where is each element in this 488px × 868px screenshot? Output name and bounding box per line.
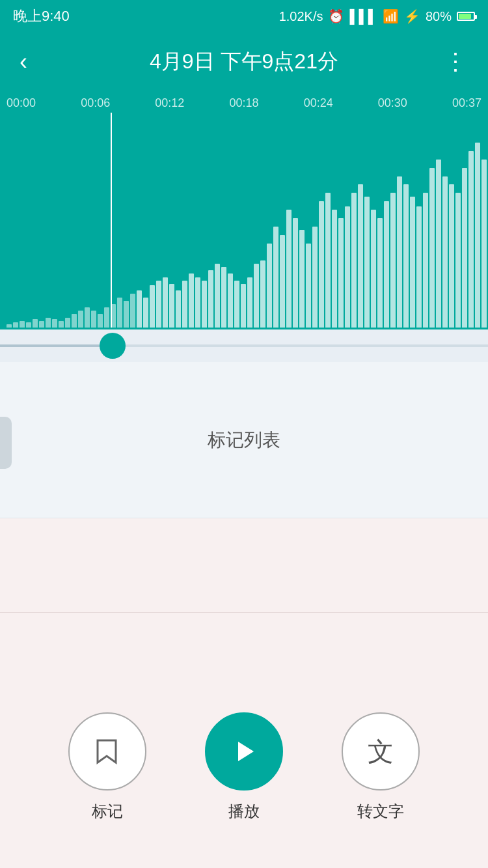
svg-marker-0 [98, 740, 116, 763]
transcribe-label: 转文字 [357, 801, 404, 822]
transcribe-icon: 文 [368, 734, 394, 770]
wave-bar [390, 193, 396, 328]
timeline: 00:00 00:06 00:12 00:18 00:24 00:30 00:3… [0, 91, 488, 113]
wave-bar [150, 285, 155, 328]
mark-button[interactable] [68, 712, 146, 791]
more-button[interactable]: ⋮ [436, 48, 468, 76]
wave-bar [124, 301, 129, 328]
wave-bar [455, 193, 461, 328]
side-tab[interactable] [0, 417, 12, 469]
transcribe-button[interactable]: 文 [342, 712, 420, 791]
wave-bar [169, 284, 174, 328]
wave-bar [286, 210, 291, 328]
wave-bar [254, 264, 259, 328]
wave-bar [104, 307, 109, 328]
wave-bar [397, 176, 402, 328]
wave-bar [299, 230, 305, 328]
status-time: 晚上9:40 [13, 7, 70, 26]
wave-bar [462, 168, 467, 328]
wave-bar [280, 235, 285, 328]
wave-bar [319, 201, 324, 328]
timeline-label-0: 00:00 [7, 96, 36, 110]
transcribe-control: 文 转文字 [342, 712, 420, 822]
wave-bar [156, 281, 161, 328]
wave-bar [52, 319, 57, 328]
timeline-label-4: 00:24 [304, 96, 333, 110]
wave-bar [306, 244, 311, 328]
header: ‹ 4月9日 下午9点21分 ⋮ [0, 33, 488, 91]
wave-bar [475, 143, 480, 328]
wave-bar [72, 314, 77, 328]
timeline-label-1: 00:06 [81, 96, 110, 110]
wave-bar [78, 311, 83, 328]
wave-bar [228, 273, 233, 328]
wave-bar [325, 193, 331, 328]
wave-bar [260, 260, 265, 328]
wave-bar [293, 218, 298, 328]
wave-bar [20, 321, 25, 328]
wave-bar [137, 290, 142, 328]
wave-bar [98, 314, 103, 328]
wave-bar [195, 277, 200, 328]
wave-bar [39, 321, 44, 328]
wave-bar [351, 193, 357, 328]
battery-icon [457, 12, 475, 21]
wave-bar [410, 197, 415, 328]
wave-bar [481, 160, 487, 328]
page-title: 4月9日 下午9点21分 [52, 48, 436, 76]
scrubber-row[interactable] [0, 329, 488, 362]
timeline-label-6: 00:37 [452, 96, 481, 110]
scrubber-handle[interactable] [100, 333, 126, 359]
cursor-line [111, 113, 112, 328]
wave-bar [345, 206, 350, 328]
wave-bar [416, 206, 422, 328]
wave-bar [33, 319, 38, 328]
mark-label: 标记 [92, 801, 123, 822]
battery-percentage: 80% [426, 9, 452, 24]
content-area [0, 518, 488, 714]
wave-bar [163, 277, 168, 328]
wave-bar [468, 151, 474, 328]
waveform-area[interactable] [0, 113, 488, 328]
wave-bar [189, 273, 194, 328]
svg-marker-1 [238, 742, 254, 761]
wave-bar [130, 294, 135, 328]
back-button[interactable]: ‹ [20, 48, 52, 76]
wave-bar [7, 324, 12, 328]
scrubber-bar-right [113, 344, 488, 347]
wave-bar [26, 322, 31, 328]
wave-bar [403, 184, 409, 328]
waveform-container[interactable]: 00:00 00:06 00:12 00:18 00:24 00:30 00:3… [0, 91, 488, 339]
wave-bar [429, 168, 435, 328]
wave-bar [91, 311, 96, 328]
wave-bar [208, 270, 213, 328]
play-button[interactable] [205, 712, 283, 791]
wave-bar [358, 184, 363, 328]
wave-bar [234, 281, 239, 328]
scrubber-bar-left [0, 344, 113, 347]
status-bar: 晚上9:40 1.02K/s ⏰ ▌▌▌ 📶 ⚡ 80% [0, 0, 488, 33]
wave-bar [273, 227, 278, 328]
play-label: 播放 [228, 801, 260, 822]
play-control: 播放 [205, 712, 283, 822]
wave-bar [241, 284, 246, 328]
wave-bar [449, 184, 454, 328]
wave-bar [85, 307, 90, 328]
wave-bar [371, 210, 376, 328]
play-icon [228, 735, 260, 768]
wave-bar [215, 264, 220, 328]
wave-bar [377, 218, 383, 328]
wave-bar [65, 318, 70, 328]
alarm-icon: ⏰ [328, 8, 344, 24]
bottom-controls: 标记 播放 文 转文字 [0, 692, 488, 868]
wave-bar [182, 281, 187, 328]
wave-bar [423, 193, 428, 328]
wave-bar [338, 218, 344, 328]
wave-bar [176, 290, 181, 328]
mark-icon [91, 735, 124, 768]
wave-bar [332, 210, 337, 328]
wave-bar [117, 298, 122, 328]
signal-icon: ▌▌▌ [349, 9, 377, 24]
timeline-label-3: 00:18 [229, 96, 258, 110]
mark-list-label: 标记列表 [208, 428, 280, 453]
